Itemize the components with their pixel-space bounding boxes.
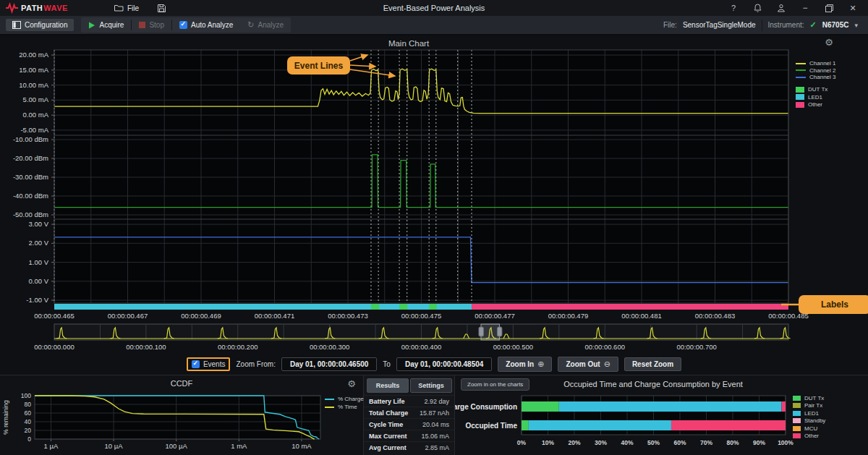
- toolbar-status: File: SensorTagSingleMode Instrument: ✓ …: [663, 20, 868, 31]
- ccdf-settings-gear-icon[interactable]: [347, 379, 356, 388]
- ccdf-legend: % Charge% Time: [325, 395, 364, 411]
- panel-layout-icon: [12, 21, 21, 29]
- reset-zoom-button[interactable]: Reset Zoom: [624, 357, 681, 371]
- result-row: Cycle Time20.04 ms: [364, 418, 454, 430]
- pathwave-logo: PATH WAVE: [0, 2, 68, 14]
- svg-text:80: 80: [25, 401, 32, 408]
- analyze-label: Analyze: [258, 21, 284, 29]
- svg-text:00:00:00.477: 00:00:00.477: [475, 312, 514, 320]
- zoom-from-label: Zoom From:: [236, 360, 275, 368]
- bottom-section: CCDF 0204060801001 µA10 µA100 µA1 mA10 m…: [0, 375, 868, 455]
- svg-text:90%: 90%: [753, 439, 765, 446]
- zoom-controls-row: Events Zoom From: Day 01, 00:00:00.46500…: [0, 353, 868, 375]
- stop-button[interactable]: Stop: [132, 17, 171, 33]
- analyze-icon: [247, 20, 254, 30]
- tab-results[interactable]: Results: [367, 378, 409, 393]
- tab-settings[interactable]: Settings: [410, 378, 452, 393]
- zoom-to-input[interactable]: Day 01, 00:00:00.48504: [396, 357, 492, 371]
- instrument-connected-check-icon: ✓: [810, 20, 817, 30]
- svg-text:00:00:00.479: 00:00:00.479: [548, 312, 588, 320]
- overview-timeline-chart[interactable]: 00:00:00.00000:00:00.10000:00:00.20000:0…: [0, 322, 868, 353]
- zoom-out-label: Zoom Out: [566, 360, 600, 368]
- svg-text:5.00 mA: 5.00 mA: [23, 95, 49, 103]
- titlebar-icons: [728, 0, 858, 16]
- svg-text:00:00:00.475: 00:00:00.475: [401, 312, 441, 320]
- svg-text:00:00:00.500: 00:00:00.500: [493, 343, 533, 351]
- file-menu[interactable]: File: [114, 4, 139, 12]
- svg-text:00:00:00.465: 00:00:00.465: [34, 312, 74, 320]
- acquire-button[interactable]: Acquire: [81, 17, 131, 33]
- legend-item: LED1: [796, 93, 835, 101]
- brand-path-text: PATH: [21, 4, 43, 12]
- bar-segment-led1: [559, 401, 782, 412]
- event-based-power-analysis-app: { "titlebar": { "brand_path": "PATH", "b…: [0, 0, 868, 455]
- svg-text:40: 40: [25, 418, 32, 425]
- svg-text:80%: 80%: [726, 439, 739, 446]
- results-table: Battery Life2.92 dayTotal Charge15.87 nA…: [364, 395, 454, 453]
- svg-text:60: 60: [25, 409, 32, 417]
- svg-text:00:00:00.400: 00:00:00.400: [401, 343, 441, 351]
- main-chart-plot[interactable]: 20.00 mA15.00 mA10.00 mA5.00 mA0.00 mA-5…: [0, 34, 868, 322]
- save-button[interactable]: [158, 4, 166, 12]
- legend-item: DUT Tx: [796, 86, 835, 94]
- maximize-restore-icon[interactable]: [824, 3, 834, 13]
- svg-text:50%: 50%: [647, 439, 660, 446]
- bars-legend-item: Standby: [793, 417, 825, 425]
- events-check-icon: [192, 360, 200, 368]
- folder-icon: [114, 4, 124, 12]
- analyze-button[interactable]: Analyze: [240, 17, 291, 33]
- events-checkbox[interactable]: Events: [187, 357, 231, 371]
- event-label-strip: [54, 304, 788, 310]
- svg-text:10.00 mA: 10.00 mA: [19, 81, 48, 89]
- to-label: To: [383, 360, 391, 368]
- instrument-value: N6705C: [822, 21, 849, 29]
- zoom-from-input[interactable]: Day 01, 00:00:00.46500: [281, 357, 377, 371]
- main-chart-panel: Main Chart 20.00 mA15.00 mA10.00 mA5.00 …: [0, 34, 868, 322]
- svg-text:Charge Consumption: Charge Consumption: [455, 403, 517, 411]
- selection-drag-handle[interactable]: [479, 327, 484, 336]
- result-row: Battery Life2.92 day: [364, 395, 454, 407]
- svg-text:100%: 100%: [778, 439, 793, 446]
- ccdf-legend-item: % Time: [325, 403, 364, 411]
- stop-icon: [139, 22, 145, 28]
- play-icon: [88, 22, 95, 29]
- configuration-button[interactable]: Configuration: [6, 19, 74, 31]
- svg-text:2.00 V: 2.00 V: [29, 239, 49, 247]
- acquire-group: Acquire Stop Auto Analyze Analyze: [81, 17, 291, 33]
- ccdf-title: CCDF: [0, 379, 363, 388]
- close-icon[interactable]: [848, 3, 858, 13]
- svg-text:20%: 20%: [568, 439, 580, 446]
- svg-text:1.00 V: 1.00 V: [29, 258, 49, 266]
- overview-timeline-panel: 00:00:00.00000:00:00.10000:00:00.20000:0…: [0, 322, 868, 353]
- ccdf-panel: CCDF 0204060801001 µA10 µA100 µA1 mA10 m…: [0, 375, 364, 455]
- bars-legend-item: Pair Tx: [793, 402, 825, 410]
- svg-text:00:00:00.000: 00:00:00.000: [34, 343, 74, 351]
- acquire-label: Acquire: [99, 21, 124, 29]
- svg-text:00:00:00.481: 00:00:00.481: [621, 312, 661, 320]
- svg-text:00:00:00.200: 00:00:00.200: [218, 343, 258, 351]
- minimize-icon[interactable]: [800, 3, 810, 13]
- svg-text:100 µA: 100 µA: [166, 442, 188, 450]
- svg-text:10%: 10%: [542, 439, 554, 446]
- svg-text:20: 20: [25, 427, 32, 434]
- instrument-chevron-down-icon[interactable]: [854, 21, 858, 29]
- svg-text:00:00:00.700: 00:00:00.700: [676, 343, 716, 351]
- svg-text:00:00:00.100: 00:00:00.100: [126, 343, 166, 351]
- zoom-in-button[interactable]: Zoom In: [498, 357, 552, 372]
- bar-segment-dut-tx: [522, 401, 559, 412]
- main-toolbar: Configuration Acquire Stop Auto Analyze …: [0, 16, 868, 35]
- svg-text:00:00:00.483: 00:00:00.483: [695, 312, 735, 320]
- selection-drag-handle[interactable]: [497, 327, 502, 336]
- legend-item: Other: [796, 101, 835, 109]
- help-icon[interactable]: [728, 3, 739, 13]
- zoom-out-button[interactable]: Zoom Out: [558, 357, 618, 372]
- instrument-label: Instrument:: [768, 21, 804, 29]
- auto-analyze-checkbox[interactable]: Auto Analyze: [172, 17, 240, 33]
- zoom-in-label: Zoom In: [506, 360, 534, 368]
- user-account-icon[interactable]: [776, 3, 786, 13]
- svg-text:00:00:00.467: 00:00:00.467: [108, 312, 148, 320]
- notifications-bell-icon[interactable]: [752, 3, 762, 13]
- ccdf-legend-item: % Charge: [325, 395, 364, 403]
- bar-segment-dut-tx: [522, 420, 529, 430]
- svg-text:70%: 70%: [700, 439, 712, 446]
